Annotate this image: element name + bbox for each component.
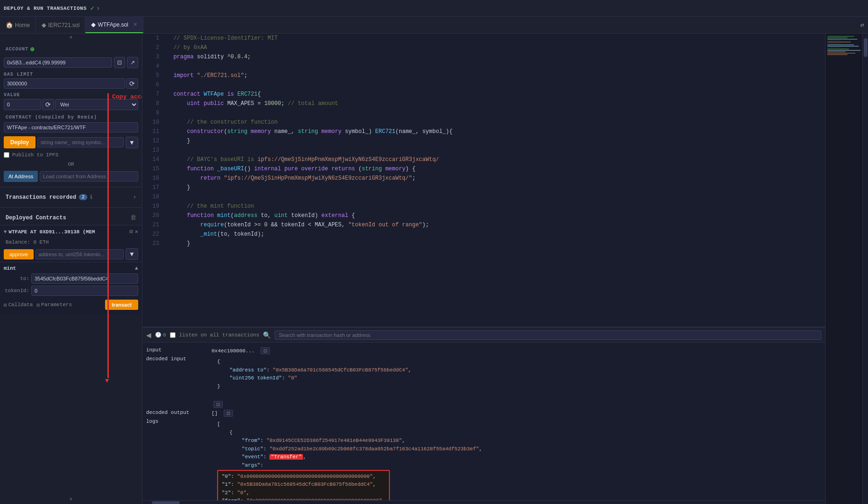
code-line-20: 20 function mint(address to, uint tokenI… bbox=[142, 211, 825, 220]
params-link[interactable]: ⊡ Parameters bbox=[36, 302, 72, 308]
contract-select[interactable]: WTFApe - contracts/ERC721/WTF bbox=[4, 122, 138, 133]
tab-wtfape[interactable]: ◆ WTFApe.sol ✕ bbox=[85, 17, 143, 33]
value-spinner[interactable]: ⟳ bbox=[42, 99, 54, 110]
left-panel: ▲ ACCOUNT ⊕ 0x5B3...eddC4 (99.99999 ⊡ ↗ … bbox=[0, 34, 142, 504]
account-row: 0x5B3...eddC4 (99.99999 ⊡ ↗ bbox=[0, 55, 142, 70]
value-unit-select[interactable]: Wei bbox=[55, 99, 138, 110]
bottom-scrollbar[interactable] bbox=[142, 500, 825, 504]
tab-ierc721[interactable]: ◆ IERC721.sol bbox=[36, 17, 85, 33]
at-address-row: At Address bbox=[0, 169, 142, 184]
check-icon: ✓ bbox=[91, 4, 94, 12]
calldata-link[interactable]: ⊡ Calldata bbox=[4, 302, 33, 308]
editor-area: 1 // SPDX-License-Identifier: MIT 2 // b… bbox=[142, 34, 825, 504]
gas-limit-spinner[interactable]: ⟳ bbox=[126, 78, 138, 89]
decoded-input-json: { "address to": "0x5B38Da6a701c568545dCf… bbox=[212, 356, 821, 401]
bottom-panel: ◀ 🕐 0 listen on all transactions 🔍 input… bbox=[142, 327, 825, 504]
mint-title: mint bbox=[4, 266, 16, 271]
code-line-2: 2 // by 0xAA bbox=[142, 43, 825, 52]
calldata-icon: ⊡ bbox=[4, 302, 7, 308]
contract-instance-header: ▼ WTFAPE AT 0XD91...39138 (MEM ⊡ ✕ bbox=[0, 225, 142, 238]
value-input[interactable] bbox=[4, 99, 41, 110]
code-line-10: 10 // the constructor function bbox=[142, 118, 825, 127]
contract-label: CONTRACT (Compiled by Remix) bbox=[0, 112, 142, 121]
mint-chevron[interactable]: ▲ bbox=[135, 265, 138, 272]
file-icon-ierc721: ◆ bbox=[42, 21, 46, 28]
contract-instance-delete-icon[interactable]: ✕ bbox=[135, 228, 138, 235]
contract-instance-copy-icon[interactable]: ⊡ bbox=[130, 228, 133, 235]
right-scrollbar[interactable] bbox=[862, 34, 868, 504]
code-line-19: 19 // the mint function bbox=[142, 202, 825, 211]
calldata-label: Calldata bbox=[8, 302, 33, 308]
contract-balance: Balance: 0 ETH bbox=[0, 238, 142, 246]
value-section: VALUE ⟳ Wei bbox=[0, 91, 142, 112]
decoded-input-value: { "address to": "0x5B38Da6a701c568545dCf… bbox=[208, 355, 825, 409]
code-line-16: 16 return "ipfs://QmeSjSinHpPnmXmspMjwiX… bbox=[142, 174, 825, 183]
logs-value: [ { "from": "0xd9145CCE52D386f254917e481… bbox=[208, 418, 825, 500]
publish-checkbox[interactable] bbox=[4, 152, 9, 158]
tab-close-wtfape[interactable]: ✕ bbox=[133, 21, 137, 28]
add-account-icon[interactable]: ⊕ bbox=[30, 45, 35, 53]
copy-account-btn[interactable]: ⊡ bbox=[114, 57, 125, 68]
code-line-4: 4 bbox=[142, 62, 825, 71]
tab-ierc721-label: IERC721.sol bbox=[48, 22, 79, 28]
expand-arrow[interactable]: › bbox=[96, 5, 100, 12]
params-icon: ⊡ bbox=[36, 302, 40, 308]
transact-button[interactable]: transact bbox=[105, 300, 138, 310]
deploy-button[interactable]: Deploy bbox=[4, 136, 35, 148]
search-btn[interactable]: 🔍 bbox=[263, 331, 271, 339]
copy-decoded-output-btn[interactable]: ⊡ bbox=[224, 410, 233, 417]
params-label: Parameters bbox=[41, 302, 72, 308]
deploy-chevron-btn[interactable]: ▼ bbox=[126, 137, 138, 148]
main-layout: ▲ ACCOUNT ⊕ 0x5B3...eddC4 (99.99999 ⊡ ↗ … bbox=[0, 34, 868, 504]
args-highlighted-box: "0": "0x00000000000000000000000000000000… bbox=[217, 470, 390, 500]
scroll-down-indicator: ▼ bbox=[0, 495, 142, 504]
code-line-18: 18 bbox=[142, 192, 825, 202]
approve-input[interactable] bbox=[35, 249, 124, 259]
or-divider: OR bbox=[0, 160, 142, 169]
approve-chevron[interactable]: ▼ bbox=[126, 248, 138, 260]
gas-limit-input[interactable] bbox=[4, 78, 125, 89]
code-line-22: 22 _mint(to, tokenId); bbox=[142, 230, 825, 239]
listen-label: listen on all transactions bbox=[179, 332, 260, 338]
code-line-13: 13 bbox=[142, 146, 825, 155]
approve-method-row: approve ▼ bbox=[0, 246, 142, 262]
event-badge: "Transfer" bbox=[269, 454, 303, 460]
code-line-14: 14 // BAYC's baseURI is ipfs://QmeSjSinH… bbox=[142, 155, 825, 164]
swap-icon[interactable]: ⇄ bbox=[857, 21, 868, 29]
gas-limit-label: GAS LIMIT bbox=[4, 72, 138, 77]
code-line-23: 23 } bbox=[142, 239, 825, 248]
tab-home[interactable]: 🏠 Home bbox=[0, 17, 36, 33]
minimap bbox=[825, 34, 862, 504]
account-section: ACCOUNT ⊕ bbox=[0, 41, 142, 55]
at-address-input[interactable] bbox=[40, 171, 138, 182]
delete-all-contracts-icon[interactable]: 🗑 bbox=[130, 214, 136, 221]
external-link-btn[interactable]: ↗ bbox=[127, 57, 138, 68]
tab-bar: 🏠 Home ◆ IERC721.sol ◆ WTFApe.sol ✕ ⇄ bbox=[0, 17, 868, 34]
mint-tokenid-input[interactable] bbox=[31, 286, 138, 296]
approve-button[interactable]: approve bbox=[4, 249, 34, 259]
mint-actions: ⊡ Calldata ⊡ Parameters transact bbox=[4, 298, 138, 312]
code-editor[interactable]: 1 // SPDX-License-Identifier: MIT 2 // b… bbox=[142, 34, 825, 327]
mint-to-field: to: bbox=[4, 273, 138, 284]
code-line-9: 9 bbox=[142, 108, 825, 118]
copy-decoded-input-btn[interactable]: ⊡ bbox=[213, 401, 223, 408]
value-label: VALUE bbox=[4, 92, 138, 98]
mint-section: mint ▲ to: tokenId: ⊡ Calldata bbox=[0, 262, 142, 315]
decoded-input-label: decoded input bbox=[142, 355, 208, 409]
collapse-panel-btn[interactable]: ◀ bbox=[146, 331, 151, 339]
transactions-info-icon[interactable]: ℹ bbox=[90, 194, 92, 201]
at-address-button[interactable]: At Address bbox=[4, 171, 38, 182]
copy-input-btn[interactable]: ⊡ bbox=[261, 347, 270, 354]
transactions-badge: 2 bbox=[79, 194, 87, 200]
contract-instance-name: WTFAPE AT 0XD91...39138 (MEM bbox=[9, 229, 128, 235]
plugin-title: DEPLOY & RUN TRANSACTIONS bbox=[4, 6, 87, 11]
listen-checkbox[interactable] bbox=[170, 332, 176, 338]
deployed-contracts-title: Deployed Contracts bbox=[6, 215, 66, 221]
contract-instance-chevron[interactable]: ▼ bbox=[4, 229, 7, 235]
search-input[interactable] bbox=[275, 330, 821, 340]
deploy-params-input[interactable] bbox=[37, 137, 124, 147]
mint-to-input[interactable] bbox=[31, 273, 138, 284]
account-select[interactable]: 0x5B3...eddC4 (99.99999 bbox=[4, 57, 112, 68]
code-line-12: 12 } bbox=[142, 136, 825, 146]
transactions-expand-icon[interactable]: › bbox=[133, 194, 136, 201]
